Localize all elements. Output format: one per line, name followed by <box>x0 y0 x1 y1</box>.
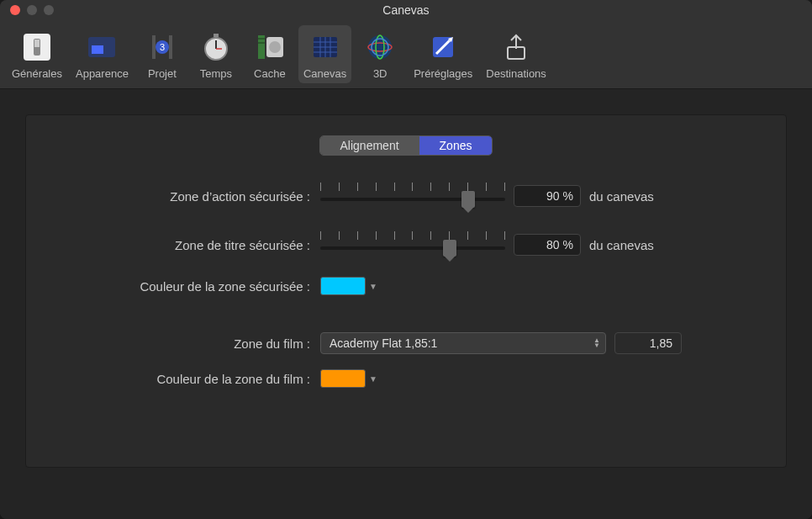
row-film-zone: Zone du film : Academy Flat 1,85:1 ▲▼ 1,… <box>51 332 761 354</box>
switch-icon <box>18 29 55 66</box>
toolbar-appearance[interactable]: Apparence <box>71 25 134 83</box>
window-title: Canevas <box>0 3 812 17</box>
row-film-color: Couleur de la zone du film : ▼ <box>51 369 761 388</box>
svg-rect-11 <box>214 34 219 37</box>
updown-icon: ▲▼ <box>593 338 600 348</box>
3d-icon <box>361 29 398 66</box>
colorwell-film[interactable]: ▼ <box>320 369 377 388</box>
toolbar-3d[interactable]: 3D <box>355 25 405 83</box>
minimize-window-button[interactable] <box>27 5 37 15</box>
colorwell-safe[interactable]: ▼ <box>320 277 377 295</box>
zoom-window-button[interactable] <box>44 5 54 15</box>
chevron-down-icon[interactable]: ▼ <box>369 282 377 291</box>
svg-rect-34 <box>508 47 525 59</box>
preferences-toolbar: Générales Apparence 3 Projet Temps Cache <box>0 20 812 89</box>
toolbar-canvas[interactable]: Canevas <box>298 25 351 83</box>
share-icon <box>498 29 535 66</box>
titlebar: Canevas <box>0 0 812 20</box>
svg-point-18 <box>269 41 281 53</box>
drive-icon <box>251 29 288 66</box>
toolbar-presets[interactable]: Préréglages <box>409 25 477 83</box>
svg-text:3: 3 <box>160 42 165 52</box>
label-title-safe: Zone de titre sécurisée : <box>51 238 320 252</box>
svg-rect-15 <box>258 38 265 40</box>
film-icon: 3 <box>144 29 181 66</box>
svg-rect-7 <box>169 35 172 59</box>
row-title-safe: Zone de titre sécurisée : 80 % du caneva… <box>51 228 761 262</box>
dropdown-film-zone-value: Academy Flat 1,85:1 <box>330 336 437 350</box>
value-action-safe[interactable]: 90 % <box>514 185 581 207</box>
preferences-window: Canevas Générales Apparence 3 Projet Te <box>0 0 812 519</box>
tab-alignment[interactable]: Alignement <box>320 136 419 155</box>
dropdown-film-zone[interactable]: Academy Flat 1,85:1 ▲▼ <box>320 332 606 354</box>
window-controls <box>10 5 54 15</box>
svg-rect-4 <box>92 45 103 54</box>
zones-panel: Alignement Zones Zone d’action sécurisée… <box>25 114 787 468</box>
toolbar-general[interactable]: Générales <box>7 25 67 83</box>
svg-rect-6 <box>152 35 156 59</box>
toolbar-cache[interactable]: Cache <box>245 25 295 83</box>
stopwatch-icon <box>198 29 235 66</box>
appearance-icon <box>83 29 120 66</box>
suffix-title-safe: du canevas <box>589 238 654 252</box>
close-window-button[interactable] <box>10 5 20 15</box>
toolbar-project[interactable]: 3 Projet <box>137 25 187 83</box>
swatch-film[interactable] <box>320 369 366 388</box>
canvas-icon <box>307 29 344 66</box>
suffix-action-safe: du canevas <box>589 189 654 204</box>
svg-rect-2 <box>34 40 40 47</box>
tab-zones[interactable]: Zones <box>419 136 493 155</box>
tab-segmented-control: Alignement Zones <box>51 135 761 156</box>
label-film-color: Couleur de la zone du film : <box>51 372 320 386</box>
presets-icon <box>424 29 461 66</box>
toolbar-destinations[interactable]: Destinations <box>481 25 551 83</box>
label-safe-color: Couleur de la zone sécurisée : <box>51 279 320 294</box>
label-action-safe: Zone d’action sécurisée : <box>51 189 320 204</box>
swatch-safe[interactable] <box>320 277 366 295</box>
row-action-safe: Zone d’action sécurisée : 90 % du caneva… <box>51 179 761 213</box>
slider-action-safe[interactable] <box>320 179 505 213</box>
svg-rect-16 <box>258 42 265 44</box>
chevron-down-icon[interactable]: ▼ <box>369 374 377 384</box>
value-title-safe[interactable]: 80 % <box>514 234 581 256</box>
label-film-zone: Zone du film : <box>51 336 320 351</box>
toolbar-time[interactable]: Temps <box>191 25 241 83</box>
content-area: Alignement Zones Zone d’action sécurisée… <box>0 89 812 519</box>
row-safe-color: Couleur de la zone sécurisée : ▼ <box>51 277 761 295</box>
value-film-ratio[interactable]: 1,85 <box>614 332 682 354</box>
slider-title-safe[interactable] <box>320 228 505 262</box>
